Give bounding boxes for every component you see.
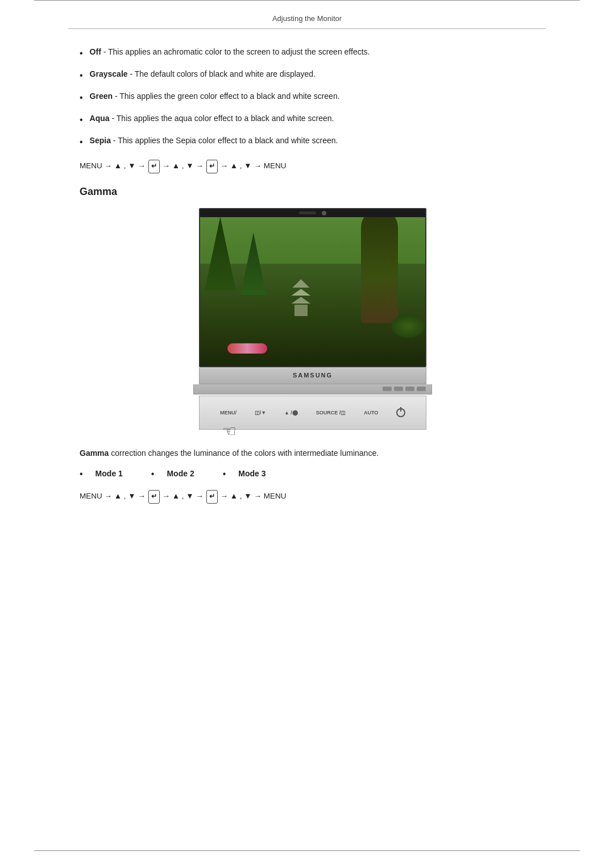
- base-button-1: [383, 387, 392, 391]
- list-item-grayscale: • Grayscale - The default colors of blac…: [80, 68, 546, 82]
- mode-2-label: Mode 2: [167, 469, 194, 478]
- panel-source-label: SOURCE /◫: [316, 410, 346, 416]
- enter-icon-1: ↵: [148, 160, 160, 173]
- list-item-green: • Green - This applies the green color e…: [80, 90, 546, 105]
- modes-row: • Mode 1 • Mode 2 • Mode 3: [80, 468, 546, 479]
- page-title: Adjusting the Monitor: [272, 14, 342, 23]
- bottom-rule: [34, 850, 580, 851]
- panel-auto-label: AUTO: [364, 410, 378, 416]
- panel-brightness-label: ▲ /⬤: [284, 410, 298, 416]
- list-item-off: • Off - This applies an achromatic color…: [80, 46, 546, 60]
- gamma-description: Gamma correction changes the luminance o…: [80, 447, 546, 459]
- power-icon: [396, 408, 405, 417]
- monitor-top-bar: [200, 209, 425, 217]
- desc-sepia: - This applies the Sepia color effect to…: [113, 136, 338, 145]
- pagoda: [290, 279, 312, 322]
- enter-icon-2: ↵: [206, 160, 218, 173]
- mode-bullet-1: •: [80, 469, 83, 479]
- monitor-image: SAMSUNG MENU/ ◫/▼ ▲ /⬤ SOURCE /◫ AUTO: [80, 208, 546, 430]
- monitor-brand-bar: SAMSUNG: [199, 367, 426, 384]
- mode-item-2: • Mode 2: [151, 468, 194, 479]
- panel-menu-label: MENU/: [220, 410, 237, 416]
- menu-nav-2: MENU → ▲ , ▼ → ↵ → ▲ , ▼ → ↵ → ▲ , ▼ → M…: [80, 489, 546, 504]
- desc-green: - This applies the green color effect to…: [115, 92, 340, 101]
- base-button-3: [405, 387, 414, 391]
- panel-auto-btn: AUTO: [364, 410, 378, 416]
- term-off: Off: [90, 47, 101, 56]
- menu-nav-1: MENU → ▲ , ▼ → ↵ → ▲ , ▼ → ↵ → ▲ , ▼ → M…: [80, 159, 546, 173]
- panel-eye-btn: ◫/▼: [255, 410, 266, 416]
- bullet-dot: •: [80, 69, 83, 82]
- gamma-bold: Gamma: [80, 448, 109, 458]
- panel-brightness-btn: ▲ /⬤: [284, 410, 298, 416]
- list-item-aqua: • Aqua - This applies the aqua color eff…: [80, 113, 546, 127]
- gamma-desc-text: correction changes the luminance of the …: [109, 448, 379, 458]
- gamma-section-title: Gamma: [80, 186, 546, 198]
- feature-list: • Off - This applies an achromatic color…: [80, 46, 546, 149]
- mode-item-3: • Mode 3: [223, 468, 266, 479]
- base-button-2: [394, 387, 403, 391]
- control-panel: MENU/ ◫/▼ ▲ /⬤ SOURCE /◫ AUTO ☞: [199, 396, 426, 430]
- desc-off: - This applies an achromatic color to th…: [103, 47, 370, 56]
- bullet-dot: •: [80, 47, 83, 60]
- term-sepia: Sepia: [90, 136, 111, 145]
- term-grayscale: Grayscale: [90, 69, 128, 78]
- list-item-sepia: • Sepia - This applies the Sepia color e…: [80, 135, 546, 149]
- base-button-4: [417, 387, 426, 391]
- bullet-dot: •: [80, 113, 83, 127]
- page-header: Adjusting the Monitor: [68, 6, 546, 29]
- mode-1-label: Mode 1: [96, 469, 123, 478]
- mode-bullet-3: •: [223, 469, 226, 479]
- term-aqua: Aqua: [90, 114, 110, 123]
- panel-eye-label: ◫/▼: [255, 410, 266, 416]
- monitor-screen: [199, 208, 426, 367]
- mode-item-1: • Mode 1: [80, 468, 123, 479]
- tree-right: [361, 209, 398, 323]
- flowers-pink: [227, 343, 267, 354]
- mode-bullet-2: •: [151, 469, 155, 479]
- bullet-dot: •: [80, 135, 83, 149]
- enter-icon-3: ↵: [148, 490, 160, 504]
- monitor-brand-text: SAMSUNG: [293, 372, 333, 379]
- desc-grayscale: - The default colors of black and white …: [130, 69, 316, 78]
- desc-aqua: - This applies the aqua color effect to …: [112, 114, 334, 123]
- bush-right: [391, 315, 425, 338]
- enter-icon-4: ↵: [206, 490, 218, 504]
- monitor-base-bar: [193, 384, 432, 394]
- panel-source-btn: SOURCE /◫: [316, 410, 346, 416]
- panel-menu-btn: MENU/: [220, 410, 237, 416]
- monitor-screen-inner: [200, 209, 425, 366]
- term-green: Green: [90, 92, 113, 101]
- bullet-dot: •: [80, 91, 83, 105]
- mode-3-label: Mode 3: [238, 469, 265, 478]
- hand-cursor-icon: ☞: [222, 422, 237, 441]
